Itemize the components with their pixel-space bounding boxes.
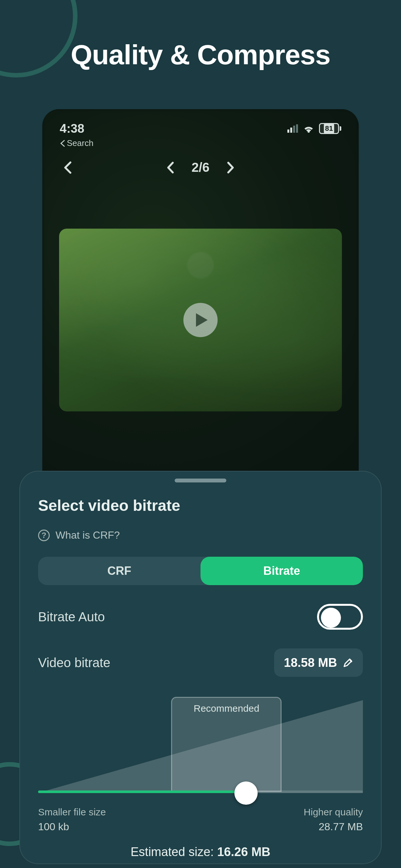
svg-rect-3 (296, 124, 298, 133)
bitrate-auto-label: Bitrate Auto (38, 610, 105, 624)
battery-indicator: 81 (319, 123, 341, 134)
slider-thumb[interactable] (235, 781, 258, 805)
back-search-label: Search (67, 138, 93, 148)
slider-fill (38, 790, 246, 793)
help-what-is-crf[interactable]: ? What is CRF? (38, 529, 363, 541)
help-label: What is CRF? (56, 529, 120, 541)
legend-left-value: 100 kb (38, 821, 106, 833)
svg-rect-1 (290, 128, 292, 133)
play-icon (195, 313, 208, 328)
play-button[interactable] (183, 303, 218, 337)
video-bitrate-label: Video bitrate (38, 655, 111, 670)
chevron-left-icon (63, 161, 72, 174)
seg-crf[interactable]: CRF (38, 557, 201, 585)
recommended-range: Recommended (171, 697, 281, 792)
legend-right-label: Higher quality (304, 807, 363, 817)
pager-label: 2/6 (191, 160, 210, 175)
bitrate-auto-toggle[interactable] (317, 604, 363, 630)
back-to-search[interactable]: Search (60, 138, 93, 148)
legend-right-value: 28.77 MB (304, 821, 363, 833)
pager-next-button[interactable] (224, 160, 238, 175)
bitrate-slider-area: Recommended (38, 697, 363, 797)
video-bitrate-value-pill[interactable]: 18.58 MB (274, 648, 363, 677)
estimated-value: 16.26 MB (217, 845, 271, 859)
help-icon: ? (38, 530, 50, 541)
slider-legend: Smaller file size 100 kb Higher quality … (38, 807, 363, 833)
legend-left: Smaller file size 100 kb (38, 807, 106, 833)
svg-rect-0 (287, 129, 289, 133)
hero-title: Quality & Compress (0, 39, 401, 71)
seg-bitrate-label: Bitrate (263, 564, 300, 578)
cellular-icon (287, 124, 298, 133)
slider-track[interactable] (38, 790, 363, 793)
seg-bitrate[interactable]: Bitrate (201, 557, 363, 585)
svg-rect-2 (293, 126, 295, 133)
chevron-left-icon (60, 140, 65, 147)
wifi-icon (303, 124, 314, 133)
pager-prev-button[interactable] (163, 160, 177, 175)
battery-percent: 81 (324, 124, 334, 133)
chevron-right-icon (227, 161, 235, 174)
video-bitrate-value: 18.58 MB (284, 656, 337, 670)
seg-crf-label: CRF (107, 564, 131, 578)
bitrate-sheet: Select video bitrate ? What is CRF? CRF … (19, 471, 382, 864)
status-icons: 81 (287, 123, 341, 134)
mode-segmented-control: CRF Bitrate (38, 557, 363, 585)
recommended-label: Recommended (172, 703, 281, 714)
video-bitrate-row: Video bitrate 18.58 MB (38, 648, 363, 677)
bitrate-auto-row: Bitrate Auto (38, 604, 363, 630)
estimated-prefix: Estimated size: (131, 845, 217, 859)
toggle-knob (321, 608, 341, 628)
estimated-size: Estimated size: 16.26 MB (38, 845, 363, 859)
edit-icon (343, 657, 353, 668)
legend-left-label: Smaller file size (38, 807, 106, 817)
nav-back-button[interactable] (60, 160, 74, 175)
sheet-grabber[interactable] (175, 478, 226, 483)
status-bar: 4:38 81 (42, 119, 359, 138)
chevron-left-icon (166, 161, 174, 174)
video-thumbnail[interactable] (59, 228, 342, 411)
sheet-title: Select video bitrate (38, 497, 363, 515)
status-time: 4:38 (60, 122, 84, 135)
pager-bar: 2/6 (42, 160, 359, 175)
legend-right: Higher quality 28.77 MB (304, 807, 363, 833)
